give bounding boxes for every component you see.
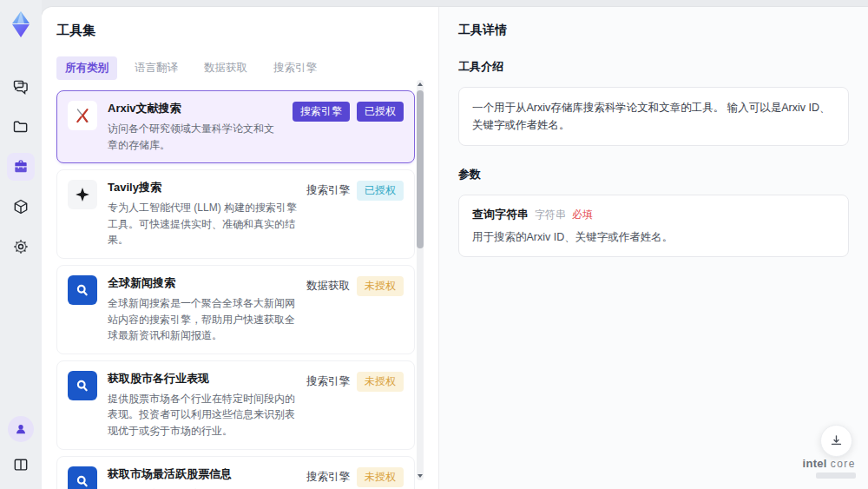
status-badge: 已授权 <box>357 181 404 201</box>
param-required-flag: 必填 <box>572 208 593 222</box>
tool-tags: 搜索引擎 已授权 <box>293 102 404 122</box>
tool-list: Arxiv文献搜索 访问各个研究领域大量科学论文和文章的存储库。 搜索引擎 已授… <box>56 90 415 489</box>
blue-search-app-icon <box>68 275 97 305</box>
tool-title: 获取市场最活跃股票信息 <box>108 466 298 482</box>
intro-heading: 工具介绍 <box>458 59 849 75</box>
scroll-down-arrow-icon[interactable] <box>418 474 423 478</box>
status-badge: 已授权 <box>357 102 404 122</box>
brand-core: core <box>831 458 856 470</box>
tool-desc: 全球新闻搜索是一个聚合全球各大新闻网站内容的搜索引擎，帮助用户快速获取全球最新资… <box>108 295 298 344</box>
tool-title: Arxiv文献搜索 <box>108 101 284 116</box>
category-label: 搜索引擎 <box>306 183 350 198</box>
gem-logo-icon <box>10 10 32 38</box>
category-label: 数据获取 <box>306 279 350 294</box>
user-avatar-icon[interactable] <box>8 416 34 442</box>
brand-sub-mark <box>816 472 856 479</box>
category-tabs: 所有类别 语言翻译 数据获取 搜索引擎 <box>56 56 438 80</box>
tool-tags: 搜索引擎 未授权 <box>306 467 404 487</box>
tool-tags: 搜索引擎 已授权 <box>306 181 404 201</box>
param-name: 查询字符串 <box>472 207 529 222</box>
tab-all-categories[interactable]: 所有类别 <box>56 56 117 80</box>
blue-search-app-icon <box>68 466 97 489</box>
folder-icon[interactable] <box>7 113 35 141</box>
tool-body: 获取市场最活跃股票信息 提供当天交易量最高的股票列表，投资者可以利用这些信息来识… <box>108 466 298 489</box>
tool-tags: 搜索引擎 未授权 <box>306 372 404 392</box>
download-icon <box>829 433 844 448</box>
tool-title: 全球新闻搜索 <box>108 275 298 291</box>
tool-item-active-stocks[interactable]: 获取市场最活跃股票信息 提供当天交易量最高的股票列表，投资者可以利用这些信息来识… <box>56 456 415 489</box>
param-desc: 用于搜索的Arxiv ID、关键字或作者姓名。 <box>472 230 835 245</box>
intro-text-box: 一个用于从Arxiv存储库搜索科学论文和文章的工具。 输入可以是Arxiv ID… <box>458 87 849 146</box>
detail-title: 工具详情 <box>458 23 849 38</box>
tool-detail-pane: 工具详情 工具介绍 一个用于从Arxiv存储库搜索科学论文和文章的工具。 输入可… <box>438 7 868 489</box>
list-scrollbar <box>417 80 424 480</box>
layout-panels-icon[interactable] <box>7 451 35 479</box>
settings-gear-icon[interactable] <box>7 233 35 261</box>
scroll-up-arrow-icon[interactable] <box>418 83 423 86</box>
left-rail <box>0 0 42 489</box>
tool-title: 获取股市各行业表现 <box>108 371 298 387</box>
param-box: 查询字符串 字符串 必填 用于搜索的Arxiv ID、关键字或作者姓名。 <box>458 195 849 257</box>
chat-icon[interactable] <box>7 73 35 101</box>
tab-language-translation[interactable]: 语言翻译 <box>126 56 187 80</box>
brand-intel: intel <box>803 457 827 470</box>
scrollbar-thumb[interactable] <box>417 90 424 248</box>
tool-tags: 数据获取 未授权 <box>306 276 404 296</box>
app-logo <box>6 7 36 42</box>
rail-bottom <box>7 416 35 489</box>
tool-desc: 提供股票市场各个行业在特定时间段内的表现。投资者可以利用这些信息来识别表现优于或… <box>108 391 298 439</box>
category-label: 搜索引擎 <box>306 374 350 389</box>
status-badge: 未授权 <box>357 467 404 487</box>
tab-data-fetch[interactable]: 数据获取 <box>195 56 256 80</box>
tab-search-engine[interactable]: 搜索引擎 <box>265 56 326 80</box>
tool-item-tavily[interactable]: Tavily搜索 专为人工智能代理 (LLM) 构建的搜索引擎工具。可快速提供实… <box>56 169 415 259</box>
download-button[interactable] <box>820 425 852 457</box>
tool-list-pane: 工具集 所有类别 语言翻译 数据获取 搜索引擎 <box>42 7 438 489</box>
intel-core-logo: intel core <box>803 457 857 479</box>
category-label: 搜索引擎 <box>306 470 350 485</box>
tool-desc: 提供当天交易量最高的股票列表，投资者可以利用这些信息来识别流动性强的股票和潜在的… <box>108 486 298 489</box>
page-title: 工具集 <box>56 23 438 39</box>
category-badge: 搜索引擎 <box>293 102 350 122</box>
tool-title: Tavily搜索 <box>108 180 298 195</box>
app-root: 工具集 所有类别 语言翻译 数据获取 搜索引擎 <box>0 0 868 489</box>
param-head: 查询字符串 字符串 必填 <box>472 207 835 222</box>
tool-item-global-news[interactable]: 全球新闻搜索 全球新闻搜索是一个聚合全球各大新闻网站内容的搜索引擎，帮助用户快速… <box>56 265 415 354</box>
tool-desc: 专为人工智能代理 (LLM) 构建的搜索引擎工具。可快速提供实时、准确和真实的结… <box>108 200 298 248</box>
params-heading: 参数 <box>458 167 849 182</box>
cube-icon[interactable] <box>7 193 35 221</box>
tool-item-sector-performance[interactable]: 获取股市各行业表现 提供股票市场各个行业在特定时间段内的表现。投资者可以利用这些… <box>56 360 415 450</box>
toolbox-icon[interactable] <box>7 153 35 181</box>
tool-body: 全球新闻搜索 全球新闻搜索是一个聚合全球各大新闻网站内容的搜索引擎，帮助用户快速… <box>108 275 298 344</box>
tool-body: Arxiv文献搜索 访问各个研究领域大量科学论文和文章的存储库。 <box>108 101 284 153</box>
status-badge: 未授权 <box>357 276 404 296</box>
tool-body: Tavily搜索 专为人工智能代理 (LLM) 构建的搜索引擎工具。可快速提供实… <box>108 180 298 248</box>
arxiv-logo-icon <box>68 101 97 130</box>
tool-item-arxiv[interactable]: Arxiv文献搜索 访问各个研究领域大量科学论文和文章的存储库。 搜索引擎 已授… <box>56 90 415 163</box>
tool-body: 获取股市各行业表现 提供股票市场各个行业在特定时间段内的表现。投资者可以利用这些… <box>108 371 298 439</box>
rail-nav <box>7 73 35 261</box>
sparkle-star-icon <box>68 180 97 209</box>
param-type: 字符串 <box>535 208 566 222</box>
main-card: 工具集 所有类别 语言翻译 数据获取 搜索引擎 <box>42 7 868 489</box>
status-badge: 未授权 <box>357 372 404 392</box>
blue-search-app-icon <box>68 371 97 400</box>
tool-desc: 访问各个研究领域大量科学论文和文章的存储库。 <box>108 121 284 153</box>
